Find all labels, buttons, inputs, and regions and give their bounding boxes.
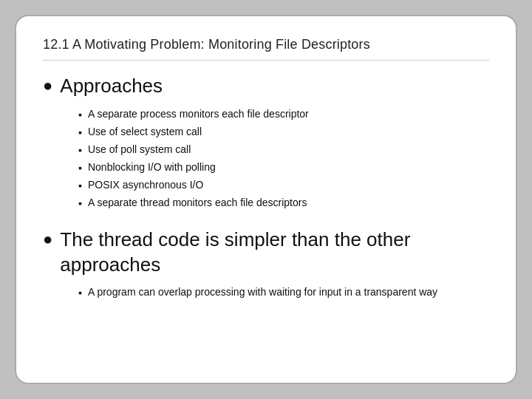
sub-marker-1-5: ▪ [78, 178, 82, 194]
sub-marker-1-1: ▪ [78, 107, 82, 123]
sub-marker-1-3: ▪ [78, 143, 82, 158]
slide: 12.1 A Motivating Problem: Monitoring Fi… [15, 15, 517, 384]
sub-marker-1-6: ▪ [78, 196, 82, 211]
sub-bullet-text-1-5: POSIX asynchronous I/O [88, 177, 203, 193]
sub-bullets-2: ▪ A program can overlap processing with … [43, 284, 489, 301]
sub-bullet-text-1-1: A separate process monitors each file de… [88, 106, 309, 122]
main-bullet-1-text: Approaches [60, 74, 163, 99]
sub-bullet-text-2-1: A program can overlap processing with wa… [88, 284, 437, 300]
sub-bullet-1-6: ▪ A separate thread monitors each file d… [78, 195, 489, 211]
section-thread: ● The thread code is simpler than the ot… [43, 228, 489, 301]
sub-bullet-1-4: ▪ Nonblocking I/O with polling [78, 160, 489, 176]
sub-bullet-text-1-3: Use of poll system call [88, 142, 191, 157]
sub-bullet-1-2: ▪ Use of select system call [78, 124, 489, 140]
sub-bullet-text-1-6: A separate thread monitors each file des… [88, 195, 307, 211]
slide-title: 12.1 A Motivating Problem: Monitoring Fi… [43, 37, 489, 61]
sub-marker-1-4: ▪ [78, 160, 82, 176]
main-bullet-2: ● The thread code is simpler than the ot… [43, 228, 489, 278]
main-bullet-2-text: The thread code is simpler than the othe… [60, 228, 489, 278]
main-bullet-2-dot: ● [43, 229, 52, 250]
main-bullet-1: ● Approaches [43, 74, 489, 99]
sub-bullet-text-1-2: Use of select system call [88, 124, 202, 140]
sub-marker-2-1: ▪ [78, 285, 82, 301]
sub-bullet-2-1: ▪ A program can overlap processing with … [78, 284, 489, 301]
sub-bullet-1-1: ▪ A separate process monitors each file … [78, 106, 489, 123]
sub-bullets-1: ▪ A separate process monitors each file … [43, 106, 489, 211]
sub-bullet-1-3: ▪ Use of poll system call [78, 142, 489, 158]
sub-marker-1-2: ▪ [78, 125, 82, 140]
section-approaches: ● Approaches ▪ A separate process monito… [43, 74, 489, 211]
main-bullet-1-dot: ● [43, 75, 52, 97]
sub-bullet-text-1-4: Nonblocking I/O with polling [88, 160, 216, 175]
sub-bullet-1-5: ▪ POSIX asynchronous I/O [78, 177, 489, 194]
slide-body: ● Approaches ▪ A separate process monito… [43, 74, 489, 362]
